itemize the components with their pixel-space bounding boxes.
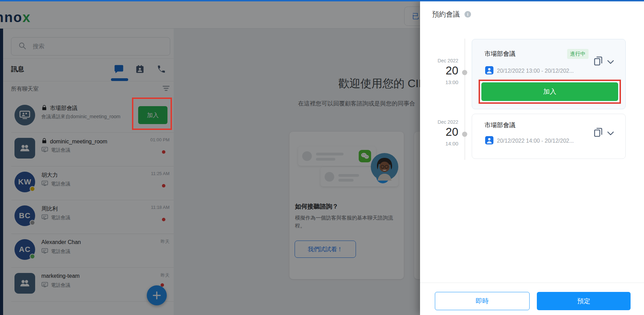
meeting-day: 20 xyxy=(426,125,458,139)
meeting-time: 13:00 xyxy=(426,79,458,85)
info-icon[interactable]: i xyxy=(464,11,471,18)
meeting-datetime-row: 20/12/2022 14:00 - 20/12/202... xyxy=(485,136,574,146)
status-badge-in-progress: 進行中 xyxy=(567,49,589,59)
meeting-date-block: Dec 20222013:00 xyxy=(426,58,458,85)
meeting-time: 14:00 xyxy=(426,141,458,146)
panel-footer-divider xyxy=(420,283,644,283)
expand-chevron-icon[interactable] xyxy=(607,131,614,136)
annotation-box-sidebar-join xyxy=(132,98,172,130)
meeting-datetime-row: 20/12/2022 13:00 - 20/12/202... xyxy=(485,66,574,76)
timeline-line xyxy=(464,39,465,160)
meeting-title: 市場部會議 xyxy=(484,50,515,58)
meeting-day: 20 xyxy=(426,64,458,77)
top-accent-strip xyxy=(0,0,644,1)
copy-link-icon[interactable] xyxy=(593,127,603,139)
meeting-title: 市場部會議 xyxy=(484,121,515,129)
panel-title: 預約會議 xyxy=(432,10,460,19)
meeting-card: 市場部會議20/12/2022 14:00 - 20/12/202... xyxy=(472,114,626,159)
meeting-card: 市場部會議進行中20/12/2022 13:00 - 20/12/202...加… xyxy=(472,39,626,109)
copy-link-icon[interactable] xyxy=(593,56,603,67)
scheduled-meetings-panel: 預約會議 i Dec 20222013:00市場部會議進行中20/12/2022… xyxy=(420,0,644,315)
timeline-dot xyxy=(462,70,467,75)
timeline-dot xyxy=(462,132,467,137)
instant-meeting-button[interactable]: 即時 xyxy=(435,292,530,310)
meeting-month: Dec 2022 xyxy=(426,119,458,125)
schedule-meeting-button[interactable]: 預定 xyxy=(537,292,631,310)
app-screen: nnox 已 搜索 訊息 所有聊天室 市場部會議會議通話來自dominic_me… xyxy=(0,0,644,315)
annotation-box-panel-join xyxy=(479,80,621,104)
participant-icon xyxy=(485,136,493,146)
meeting-month: Dec 2022 xyxy=(426,58,458,63)
expand-chevron-icon[interactable] xyxy=(607,60,614,65)
meeting-datetime: 20/12/2022 14:00 - 20/12/202... xyxy=(497,138,574,144)
meeting-datetime: 20/12/2022 13:00 - 20/12/202... xyxy=(497,68,574,74)
meeting-date-block: Dec 20222014:00 xyxy=(426,119,458,146)
participant-icon xyxy=(485,66,493,76)
